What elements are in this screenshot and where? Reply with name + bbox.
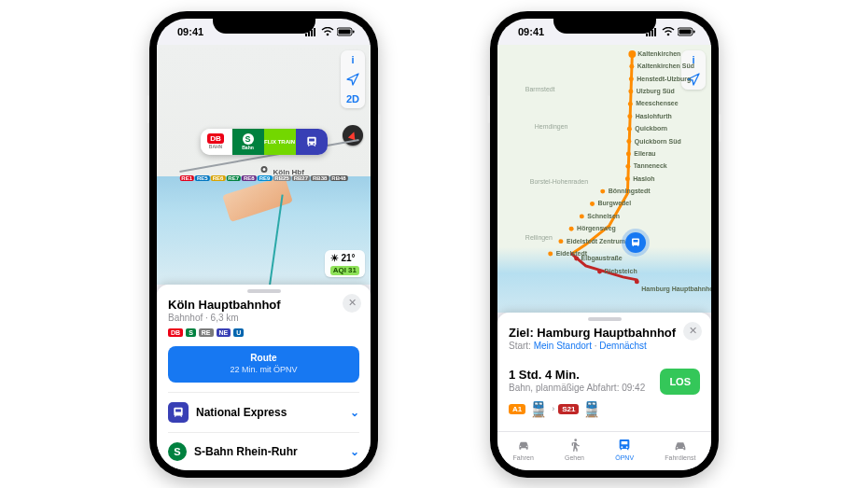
close-button[interactable]: ✕: [343, 294, 361, 313]
provider-sbahn[interactable]: SBahn: [232, 129, 264, 155]
route-stop: [635, 279, 639, 284]
route-stop: [558, 239, 563, 244]
notch: [553, 11, 656, 34]
weather-widget[interactable]: ☀︎ 21° AQI 31: [325, 250, 365, 277]
svg-rect-2: [311, 30, 313, 36]
chevron-down-icon: ⌄: [350, 406, 359, 419]
svg-point-12: [667, 33, 670, 35]
row-label: S-Bahn Rhein-Ruhr: [194, 445, 298, 458]
aqi-badge: AQI 31: [330, 266, 359, 275]
2d-toggle[interactable]: 2D: [346, 93, 359, 105]
screen-right: 09:41 i: [497, 19, 711, 470]
status-icons: [646, 27, 696, 36]
place-title: Köln Hauptbahnhof: [168, 298, 359, 312]
map-view[interactable]: i KaltenkirchenKaltenkirchen SüdHenstedt…: [497, 45, 711, 313]
place-sheet[interactable]: ✕ Köln Hauptbahnhof Bahnhof · 6,3 km DBS…: [157, 285, 371, 470]
route-stop-label: Kaltenkirchen: [637, 49, 680, 56]
line-chip: RE8: [242, 175, 257, 181]
trip-summary[interactable]: 1 Std. 4 Min. Bahn, planmäßige Abfahrt: …: [509, 368, 700, 418]
train-icon: 🚆: [529, 400, 548, 418]
route-stop: [625, 163, 630, 168]
map-view[interactable]: i 2D DBBAHN SBahn FLIX TRAIN Köln Hbf RE: [157, 45, 371, 285]
map-city-label: Borstel-Hohenraden: [530, 178, 588, 185]
train-icon: 🚆: [582, 400, 601, 418]
line-chip: RB25: [273, 175, 290, 181]
route-stop: [580, 214, 584, 218]
tab-drive[interactable]: Fahren: [513, 438, 534, 461]
destination-title: Ziel: Hamburg Hauptbahnhof: [509, 326, 700, 340]
locate-button[interactable]: [346, 73, 359, 86]
tab-transit[interactable]: ÖPNV: [615, 438, 634, 461]
route-stop-label: Hasloh: [633, 174, 654, 181]
line-chip: RE6: [211, 175, 226, 181]
line-chip: RB48: [329, 175, 347, 181]
phone-right-frame: 09:41 i: [490, 11, 719, 478]
route-stop-label: Ellerau: [634, 149, 655, 156]
route-stop-label: Schnelsen: [587, 212, 620, 218]
route-stop-label: Meeschensee: [636, 100, 678, 106]
tab-walk[interactable]: Gehen: [565, 438, 584, 461]
svg-rect-3: [314, 28, 315, 36]
route-stop: [569, 226, 574, 230]
route-stop-label: Diebsteich: [604, 267, 637, 273]
svg-rect-10: [651, 30, 653, 36]
battery-icon: [337, 27, 356, 36]
station-pin[interactable]: [260, 166, 267, 173]
provider-callout[interactable]: DBBAHN SBahn FLIX TRAIN: [201, 129, 328, 155]
provider-db[interactable]: DBBAHN: [201, 129, 232, 155]
route-overlay: KaltenkirchenKaltenkirchen SüdHenstedt-U…: [497, 45, 711, 313]
route-button[interactable]: Route 22 Min. mit ÖPNV: [168, 346, 359, 383]
route-stop-label: Hörgensweg: [577, 225, 616, 232]
line-chips: RE1RE5RE6RE7RE8RE9RB25RB27RB38RB48: [179, 175, 347, 181]
route-stop: [629, 77, 634, 81]
sheet-handle[interactable]: [588, 317, 622, 321]
route-stop: [626, 139, 631, 144]
svg-rect-11: [654, 28, 656, 36]
route-stop-label: Hamburg Hauptbahnhof: [641, 285, 711, 292]
depart-time-link[interactable]: Demnächst: [599, 341, 647, 351]
route-stop: [590, 202, 595, 206]
pill-s21: S21: [558, 404, 579, 414]
sbahn-icon: S: [168, 442, 187, 461]
svg-point-4: [327, 33, 329, 35]
trip-pills: A1 🚆 › S21 🚆: [509, 400, 700, 418]
place-subtitle: Bahnhof · 6,3 km: [168, 313, 359, 323]
close-button[interactable]: ✕: [683, 322, 702, 341]
route-button-label: Route: [250, 353, 276, 363]
row-national-express[interactable]: National Express ⌄: [168, 392, 359, 432]
route-stop-label: Tanneneck: [634, 162, 667, 169]
route-stop: [625, 176, 630, 181]
svg-rect-15: [693, 30, 695, 33]
svg-rect-0: [305, 34, 307, 36]
svg-point-16: [574, 439, 577, 441]
provider-flix[interactable]: FLIX TRAIN: [264, 129, 296, 155]
info-button[interactable]: i: [351, 54, 354, 65]
line-chip: RE7: [226, 175, 241, 181]
line-chip: RE5: [195, 175, 210, 181]
route-stop: [597, 269, 602, 273]
provider-national-express[interactable]: [296, 129, 328, 155]
clock: 09:41: [177, 26, 203, 37]
destination-pin[interactable]: [625, 232, 646, 253]
tab-ride[interactable]: Fahrdienst: [665, 438, 695, 461]
start-link[interactable]: Mein Standort: [534, 341, 592, 351]
route-stop-label: Quickborn Süd: [635, 137, 681, 145]
battery-icon: [678, 27, 696, 36]
line-chip: RB38: [311, 175, 329, 181]
route-button-sub: 22 Min. mit ÖPNV: [168, 365, 359, 375]
sheet-handle[interactable]: [247, 289, 281, 293]
weather-temp: ☀︎ 21°: [330, 253, 356, 263]
phone-left-frame: 09:41 i 2D: [149, 11, 378, 478]
route-stop-label: Quickborn: [635, 125, 667, 132]
svg-rect-1: [308, 32, 310, 36]
row-label: National Express: [196, 406, 287, 419]
notch: [213, 11, 315, 34]
directions-sheet[interactable]: ✕ Ziel: Hamburg Hauptbahnhof Start: Mein…: [497, 313, 711, 470]
route-stop: [600, 188, 605, 193]
go-button[interactable]: LOS: [660, 369, 700, 395]
status-icons: [305, 27, 356, 36]
route-stop-label: Haslohfurth: [636, 112, 672, 119]
route-stop-label: Elbgaustraße: [581, 254, 623, 261]
row-sbahn-rhein-ruhr[interactable]: S S-Bahn Rhein-Ruhr ⌄: [168, 432, 359, 470]
route-stop: [628, 89, 633, 93]
